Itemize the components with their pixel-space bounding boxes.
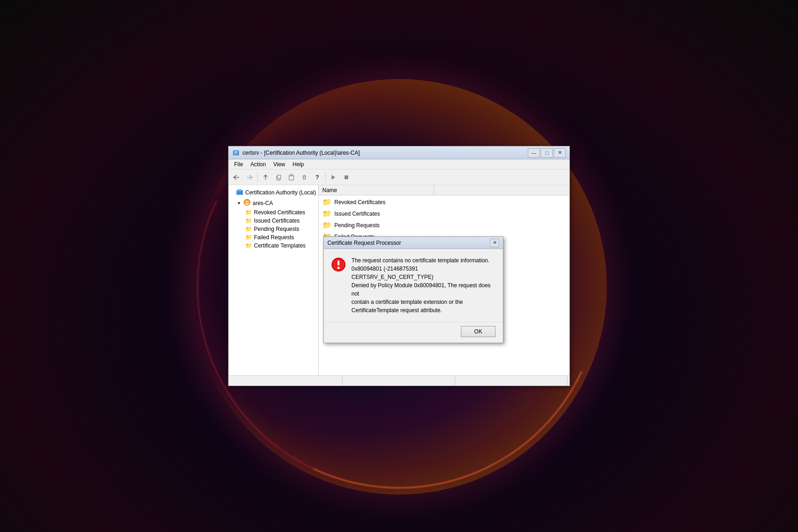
dialog-title: Certificate Request Processor: [327, 240, 490, 246]
dialog-body: The request contains no certificate temp…: [324, 249, 503, 322]
msg-line5: CertificateTemplate request attribute.: [351, 307, 442, 314]
dialog-message: The request contains no certificate temp…: [351, 256, 496, 314]
dialog-title-bar: Certificate Request Processor ✕: [324, 237, 503, 249]
svg-rect-19: [338, 260, 339, 266]
error-icon: [331, 257, 346, 272]
msg-line4: contain a certificate template extension…: [351, 299, 463, 305]
svg-point-20: [338, 267, 340, 269]
cert-request-dialog: Certificate Request Processor ✕ The requ…: [323, 236, 503, 343]
dialog-overlay: Certificate Request Processor ✕ The requ…: [229, 146, 569, 386]
msg-line1: The request contains no certificate temp…: [351, 257, 490, 264]
msg-line3: Denied by Policy Module 0x80094801, The …: [351, 282, 490, 297]
dialog-footer: OK: [324, 322, 503, 343]
dialog-close-button[interactable]: ✕: [490, 239, 499, 247]
msg-line2: 0x80094801 (-2146875391 CERTSRV_E_NO_CER…: [351, 266, 433, 280]
main-window: certsrv - [Certification Authority (Loca…: [228, 146, 570, 386]
ok-button[interactable]: OK: [461, 326, 496, 337]
